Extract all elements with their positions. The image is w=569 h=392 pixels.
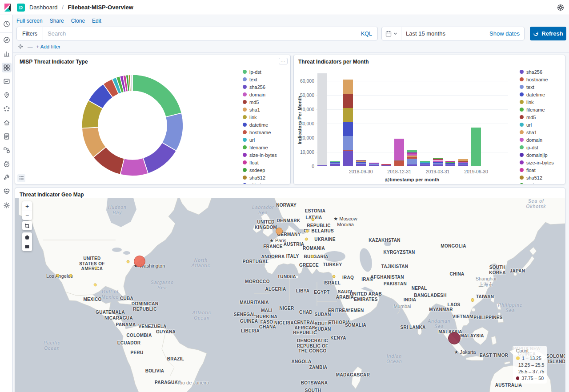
donut-slice-ip-dst[interactable] — [132, 75, 182, 117]
bar-segment-sha256[interactable] — [381, 165, 391, 166]
time-range-value[interactable]: Last 15 months — [401, 30, 485, 37]
bar-segment-float[interactable] — [369, 163, 379, 163]
bar-segment-float[interactable] — [356, 160, 366, 161]
bar-segment-domain[interactable] — [407, 154, 417, 156]
sidebar-item-discover[interactable] — [0, 33, 13, 47]
bar-segment-md5[interactable] — [433, 159, 443, 159]
menu-link-clone[interactable]: Clone — [71, 18, 85, 24]
legend-item[interactable]: datetime — [520, 91, 554, 98]
bar-segment-float[interactable] — [407, 153, 417, 154]
zoom-out-button[interactable]: − — [22, 211, 32, 220]
bar-segment-sha256[interactable] — [356, 164, 366, 166]
bar-partial-bucket[interactable] — [317, 73, 327, 166]
bar-segment-ip-dst[interactable] — [407, 150, 417, 152]
bar-segment-text[interactable] — [343, 136, 353, 150]
panel-options-button[interactable]: ⋯ — [279, 58, 288, 64]
sidebar-item-dashboard[interactable] — [0, 60, 13, 74]
legend-item[interactable]: domain — [520, 136, 554, 144]
bar-segment-hostname[interactable] — [394, 160, 404, 166]
filter-gear-icon[interactable] — [17, 43, 24, 50]
filters-button[interactable]: Filters — [17, 27, 43, 40]
legend-item[interactable]: ssdeep — [520, 181, 554, 184]
legend-item[interactable]: text — [243, 76, 286, 83]
bar-segment-link[interactable] — [445, 163, 455, 163]
bar-segment-sha256[interactable] — [330, 164, 340, 166]
bar-segment-ip-dst[interactable] — [471, 128, 481, 166]
donut-slice-other[interactable] — [130, 75, 132, 91]
sidebar-item-uptime[interactable] — [0, 157, 13, 171]
legend-item[interactable]: hostname — [243, 128, 286, 136]
bar-segment-url[interactable] — [420, 162, 430, 163]
legend-item[interactable]: sha512 — [243, 174, 286, 181]
add-filter-button[interactable]: + Add filter — [36, 44, 61, 49]
bar-segment-text[interactable] — [420, 164, 430, 164]
legend-item[interactable]: sha256 — [243, 83, 286, 91]
bar-segment-datetime[interactable] — [330, 162, 340, 163]
bar-segment-link[interactable] — [343, 108, 353, 122]
sidebar-item-management[interactable] — [0, 198, 13, 212]
legend-item[interactable]: md5 — [243, 98, 286, 106]
legend-item[interactable]: md5 — [520, 113, 554, 121]
help-icon[interactable] — [557, 4, 565, 12]
bar-segment-filename[interactable] — [433, 158, 443, 159]
bar-segment-domain[interactable] — [394, 139, 404, 160]
legend-item[interactable]: sha256 — [520, 68, 554, 76]
bar-segment-md5[interactable] — [458, 161, 468, 162]
bar-segment-sha256[interactable] — [369, 165, 379, 166]
sidebar-item-recently-viewed[interactable] — [0, 15, 13, 33]
draw-rectangle-button[interactable] — [22, 242, 32, 251]
bar-segment-text[interactable] — [458, 164, 468, 165]
legend-item[interactable]: url — [520, 121, 554, 128]
show-dates-button[interactable]: Show dates — [485, 30, 524, 37]
legend-item[interactable]: domain|ip — [520, 151, 554, 159]
legend-item[interactable]: ssdeep — [243, 166, 286, 174]
legend-item[interactable]: ip-dst — [243, 68, 286, 76]
bar-segment-domain[interactable] — [433, 161, 443, 162]
legend-item[interactable]: github-username — [243, 181, 286, 184]
bar-segment-datetime[interactable] — [445, 163, 455, 164]
sidebar-item-dev-tools[interactable] — [0, 171, 13, 184]
refresh-button[interactable]: Refresh — [530, 27, 566, 40]
bar-segment-size-in-bytes[interactable] — [407, 152, 417, 153]
bar-segment-text[interactable] — [433, 163, 443, 164]
bar-segment-float[interactable] — [433, 160, 443, 161]
legend-item[interactable]: link — [243, 113, 286, 121]
bar-segment-datetime[interactable] — [458, 163, 468, 164]
bar-segment-sha1[interactable] — [458, 159, 468, 161]
bar-segment-float[interactable] — [445, 161, 455, 162]
legend-item[interactable]: size-in-bytes — [243, 151, 286, 159]
sidebar-item-infrastructure[interactable] — [0, 116, 13, 129]
bar-segment-md5[interactable] — [407, 157, 417, 158]
bar-segment-link[interactable] — [420, 162, 430, 162]
bar-segment-md5[interactable] — [356, 162, 366, 162]
bar-segment-domain[interactable] — [369, 163, 379, 164]
legend-toggle-button[interactable] — [17, 174, 25, 182]
legend-item[interactable]: text — [520, 83, 554, 91]
bar-segment-text[interactable] — [394, 160, 404, 160]
bar-segment-datetime[interactable] — [433, 162, 443, 163]
legend-item[interactable]: sha1 — [520, 128, 554, 136]
bar-segment-hostname[interactable] — [343, 150, 353, 151]
menu-link-full-screen[interactable]: Full screen — [16, 18, 43, 24]
bar-segment-sha256[interactable] — [458, 164, 468, 166]
bar-segment-text[interactable] — [445, 164, 455, 165]
bar-segment-sha1[interactable] — [433, 162, 443, 163]
bar-segment-ip-dst[interactable] — [420, 161, 430, 162]
bar-segment-text[interactable] — [407, 159, 417, 164]
bar-segment-sha256[interactable] — [420, 164, 430, 166]
sidebar-item-apm[interactable] — [0, 143, 13, 157]
geo-map[interactable]: UNITED STATES OF AMERICAMEXICOCUBADOMINI… — [15, 198, 565, 392]
bar-segment-text[interactable] — [369, 164, 379, 165]
bar-segment-ip-dst[interactable] — [330, 161, 340, 162]
bar-segment-sha256[interactable] — [445, 164, 455, 166]
bar-segment-sha256[interactable] — [433, 164, 443, 166]
zoom-in-button[interactable]: + — [22, 201, 32, 211]
sidebar-item-maps[interactable] — [0, 88, 13, 102]
sidebar-item-logs[interactable] — [0, 129, 13, 143]
legend-item[interactable]: sha512 — [520, 174, 554, 181]
legend-item[interactable]: url — [243, 136, 286, 144]
sidebar-item-canvas[interactable] — [0, 74, 13, 88]
draw-polygon-button[interactable] — [22, 232, 32, 242]
legend-item[interactable]: filename — [520, 106, 554, 113]
legend-item[interactable]: size-in-bytes — [520, 159, 554, 166]
